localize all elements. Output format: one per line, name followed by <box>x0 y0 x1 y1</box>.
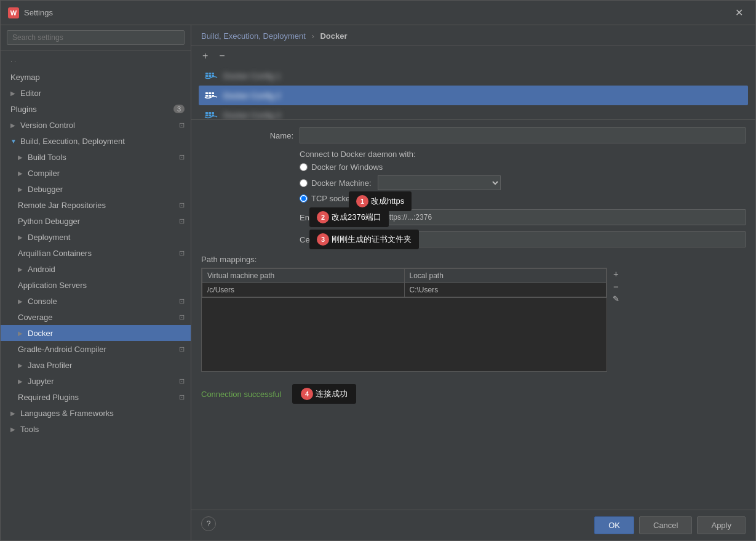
docker-machine-label[interactable]: Docker Machine: <box>311 178 372 188</box>
tooltip-3: 3 刚刚生成的证书文件夹 <box>309 230 419 249</box>
svg-rect-7 <box>205 75 208 77</box>
svg-rect-8 <box>205 92 208 94</box>
docker-list-item-3[interactable]: Docker Config 3 <box>199 105 748 119</box>
path-mappings-section: Path mappings: Virtual machine path Loca… <box>201 255 746 372</box>
sidebar-item-deployment[interactable]: ▶ Deployment <box>1 229 191 245</box>
docker-machine-radio[interactable] <box>300 179 308 187</box>
svg-rect-3 <box>209 73 211 74</box>
version-control-label: Version Control <box>20 121 75 130</box>
svg-rect-14 <box>205 112 208 114</box>
svg-rect-4 <box>212 73 214 74</box>
sidebar-item-build-tools[interactable]: ▶ Build Tools ⊡ <box>1 149 191 165</box>
svg-rect-9 <box>209 92 211 94</box>
docker-windows-label[interactable]: Docker for Windows <box>311 162 383 172</box>
sidebar-item-jupyter[interactable]: ▶ Jupyter ⊡ <box>1 373 191 389</box>
sidebar-item-remote-jar[interactable]: Remote Jar Repositories ⊡ <box>1 197 191 213</box>
compiler-label: Compiler <box>28 169 60 178</box>
tooltip-text-4: 连接成功 <box>316 388 348 399</box>
local-path-header: Local path <box>404 269 607 283</box>
edit-path-button[interactable]: ✎ <box>610 294 623 304</box>
dialog-title: Settings <box>24 8 730 17</box>
tooltip-badge-4: 4 <box>301 388 313 400</box>
sidebar-search-container <box>1 25 191 50</box>
cancel-button[interactable]: Cancel <box>639 516 692 534</box>
required-plugins-label: Required Plugins <box>18 393 79 402</box>
android-label: Android <box>28 265 55 274</box>
build-arrow: ▼ <box>10 138 18 145</box>
docker-icon-2 <box>204 88 218 103</box>
form-area: Name: Connect to Docker daemon with: Doc… <box>191 120 755 510</box>
sidebar-item-debugger[interactable]: ▶ Debugger <box>1 181 191 197</box>
sidebar-item-console[interactable]: ▶ Console ⊡ <box>1 293 191 309</box>
sidebar-item-version-control[interactable]: ▶ Version Control ⊡ <box>1 117 191 133</box>
remove-path-button[interactable]: − <box>610 281 623 292</box>
add-docker-button[interactable]: + <box>199 50 212 62</box>
svg-rect-17 <box>209 114 211 116</box>
remote-jar-icon: ⊡ <box>179 201 185 209</box>
table-row[interactable]: /c/Users C:\Users <box>202 283 607 297</box>
sidebar-item-java-profiler[interactable]: ▶ Java Profiler <box>1 357 191 373</box>
jupyter-arrow: ▶ <box>18 378 25 385</box>
docker-windows-radio[interactable] <box>300 163 308 171</box>
sidebar-item-coverage[interactable]: Coverage ⊡ <box>1 309 191 325</box>
console-arrow: ▶ <box>18 298 25 305</box>
svg-rect-5 <box>209 75 211 77</box>
docker-label: Docker <box>28 329 53 338</box>
remove-docker-button[interactable]: − <box>215 50 228 62</box>
app-icon: W <box>8 7 19 18</box>
tcp-socket-label[interactable]: TCP socket <box>311 194 352 203</box>
version-control-icon: ⊡ <box>179 121 185 129</box>
cert-folder-input[interactable] <box>380 231 746 247</box>
sidebar-item-editor[interactable]: ▶ Editor <box>1 85 191 101</box>
docker-list-item[interactable]: Docker Config 1 <box>199 66 748 86</box>
tooltip-badge-1: 1 <box>356 195 368 207</box>
add-path-button[interactable]: + <box>610 268 623 279</box>
docker-windows-row: Docker for Windows <box>300 162 746 172</box>
build-tools-label: Build Tools <box>28 153 66 162</box>
build-tools-arrow: ▶ <box>18 154 25 161</box>
deployment-arrow: ▶ <box>18 234 25 241</box>
search-input[interactable] <box>7 30 185 45</box>
sidebar-item-languages-frameworks[interactable]: ▶ Languages & Frameworks <box>1 405 191 421</box>
sidebar-item-docker[interactable]: ▶ Docker <box>1 325 191 341</box>
connection-status-row: Connection successful 4 连接成功 <box>201 379 746 406</box>
settings-dialog: W Settings ✕ · · Keymap ▶ <box>0 0 756 541</box>
apply-button[interactable]: Apply <box>697 516 746 534</box>
tools-label: Tools <box>20 425 39 434</box>
deployment-label: Deployment <box>28 233 70 242</box>
vm-path-header: Virtual machine path <box>202 269 405 283</box>
sidebar-item-gradle-android[interactable]: Gradle-Android Compiler ⊡ <box>1 341 191 357</box>
gradle-android-icon: ⊡ <box>179 345 185 353</box>
help-button[interactable]: ? <box>201 516 216 531</box>
python-debugger-icon: ⊡ <box>179 217 185 225</box>
python-debugger-label: Python Debugger <box>18 217 80 226</box>
tcp-socket-radio[interactable] <box>300 194 308 202</box>
engine-api-input[interactable] <box>380 209 746 225</box>
svg-rect-15 <box>209 112 211 114</box>
name-input[interactable] <box>300 127 746 143</box>
path-table-wrapper: Virtual machine path Local path /c/Users… <box>201 268 607 372</box>
debugger-label: Debugger <box>28 185 63 194</box>
docker-item-name-3: Docker Config 3 <box>223 111 281 120</box>
tcp-socket-row: TCP socket 1 改成https <box>300 194 746 203</box>
sidebar-item-dots[interactable]: · · <box>1 53 191 69</box>
sidebar-item-required-plugins[interactable]: Required Plugins ⊡ <box>1 389 191 405</box>
sidebar-item-arquillian[interactable]: Arquillian Containers ⊡ <box>1 245 191 261</box>
close-button[interactable]: ✕ <box>730 4 748 21</box>
sidebar-item-compiler[interactable]: ▶ Compiler <box>1 165 191 181</box>
plugins-badge: 3 <box>173 105 185 113</box>
docker-list-item-selected[interactable]: Docker Config 2 <box>199 86 748 105</box>
sidebar-item-tools[interactable]: ▶ Tools <box>1 421 191 437</box>
svg-rect-16 <box>212 112 214 114</box>
sidebar-item-python-debugger[interactable]: Python Debugger ⊡ <box>1 213 191 229</box>
sidebar-item-keymap[interactable]: Keymap <box>1 69 191 85</box>
ok-button[interactable]: OK <box>594 516 634 534</box>
sidebar-item-build-execution-deployment[interactable]: ▼ Build, Execution, Deployment <box>1 133 191 149</box>
sidebar-item-application-servers[interactable]: Application Servers <box>1 277 191 293</box>
languages-arrow: ▶ <box>10 410 18 417</box>
sidebar-item-plugins[interactable]: Plugins 3 <box>1 101 191 117</box>
sidebar-item-android[interactable]: ▶ Android <box>1 261 191 277</box>
docker-machine-dropdown[interactable] <box>378 175 501 190</box>
tooltip-badge-3: 3 <box>317 233 329 246</box>
breadcrumb-separator: › <box>311 31 314 41</box>
